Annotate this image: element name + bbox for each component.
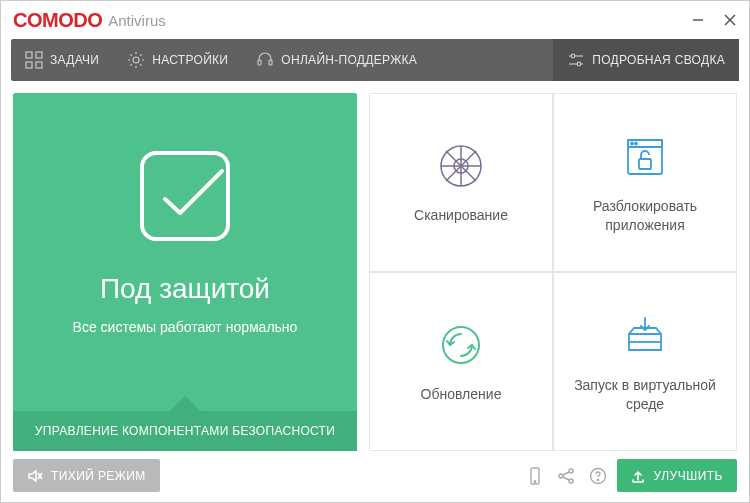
status-card: Под защитой Все системы работают нормаль… bbox=[13, 93, 357, 451]
svg-line-36 bbox=[563, 477, 569, 480]
svg-line-35 bbox=[563, 472, 569, 475]
svg-rect-6 bbox=[36, 62, 42, 68]
toolbar: ЗАДАЧИ НАСТРОЙКИ ОНЛАЙН-ПОДДЕРЖКА ПОДРОБ… bbox=[11, 39, 739, 81]
manage-components-label: УПРАВЛЕНИЕ КОМПОНЕНТАМИ БЕЗОПАСНОСТИ bbox=[35, 424, 335, 438]
headset-icon bbox=[256, 51, 274, 69]
close-button[interactable] bbox=[723, 13, 737, 27]
toolbar-tasks-label: ЗАДАЧИ bbox=[50, 53, 99, 67]
svg-rect-14 bbox=[142, 153, 228, 239]
gear-icon bbox=[127, 51, 145, 69]
footer: ТИХИЙ РЕЖИМ УЛУЧШИТЬ bbox=[1, 459, 749, 502]
title-bar: COMODO Antivirus bbox=[1, 1, 749, 39]
svg-rect-5 bbox=[26, 62, 32, 68]
action-tiles: Сканирование Разблокировать приложения bbox=[369, 93, 737, 451]
help-icon[interactable] bbox=[589, 467, 607, 485]
brand-name: COMODO bbox=[13, 9, 102, 32]
svg-point-31 bbox=[535, 480, 537, 482]
chevron-up-icon bbox=[160, 395, 210, 411]
manage-components-button[interactable]: УПРАВЛЕНИЕ КОМПОНЕНТАМИ БЕЗОПАСНОСТИ bbox=[13, 411, 357, 451]
status-title: Под защитой bbox=[100, 273, 270, 305]
minimize-button[interactable] bbox=[691, 13, 705, 27]
tile-scan[interactable]: Сканирование bbox=[370, 94, 552, 271]
status-check-icon bbox=[130, 141, 240, 255]
window-controls bbox=[691, 13, 737, 27]
silent-mode-label: ТИХИЙ РЕЖИМ bbox=[51, 469, 146, 483]
main-area: Под защитой Все системы работают нормаль… bbox=[1, 81, 749, 459]
svg-point-12 bbox=[571, 54, 575, 58]
scan-icon bbox=[437, 140, 485, 192]
svg-point-34 bbox=[569, 479, 573, 483]
svg-point-32 bbox=[559, 474, 563, 478]
share-icon[interactable] bbox=[557, 467, 575, 485]
toolbar-support-label: ОНЛАЙН-ПОДДЕРЖКА bbox=[281, 53, 417, 67]
footer-icons bbox=[527, 467, 607, 485]
tile-unblock-label: Разблокировать приложения bbox=[564, 197, 726, 233]
svg-point-33 bbox=[569, 469, 573, 473]
silent-mode-button[interactable]: ТИХИЙ РЕЖИМ bbox=[13, 459, 160, 492]
mute-icon bbox=[27, 468, 43, 484]
upgrade-button[interactable]: УЛУЧШИТЬ bbox=[617, 459, 737, 492]
svg-point-13 bbox=[577, 62, 581, 66]
toolbar-tasks[interactable]: ЗАДАЧИ bbox=[11, 39, 113, 81]
svg-point-25 bbox=[635, 143, 637, 145]
toolbar-support[interactable]: ОНЛАЙН-ПОДДЕРЖКА bbox=[242, 39, 431, 81]
sliders-icon bbox=[567, 51, 585, 69]
product-name: Antivirus bbox=[108, 12, 166, 29]
svg-point-38 bbox=[598, 479, 599, 480]
toolbar-summary-label: ПОДРОБНАЯ СВОДКА bbox=[592, 53, 725, 67]
svg-rect-4 bbox=[36, 52, 42, 58]
toolbar-settings[interactable]: НАСТРОЙКИ bbox=[113, 39, 242, 81]
tile-scan-label: Сканирование bbox=[414, 206, 508, 224]
svg-point-7 bbox=[133, 57, 139, 63]
svg-point-24 bbox=[631, 143, 633, 145]
tile-unblock[interactable]: Разблокировать приложения bbox=[554, 94, 736, 271]
tile-update-label: Обновление bbox=[421, 385, 502, 403]
unlock-icon bbox=[621, 131, 669, 183]
tile-sandbox[interactable]: Запуск в виртуальной среде bbox=[554, 273, 736, 450]
upgrade-label: УЛУЧШИТЬ bbox=[653, 469, 723, 483]
status-subtitle: Все системы работают нормально bbox=[73, 319, 298, 335]
svg-point-27 bbox=[443, 327, 479, 363]
tasks-icon bbox=[25, 51, 43, 69]
mobile-icon[interactable] bbox=[527, 467, 543, 485]
svg-rect-26 bbox=[639, 159, 651, 169]
sandbox-icon bbox=[621, 310, 669, 362]
upload-icon bbox=[631, 469, 645, 483]
refresh-icon bbox=[437, 319, 485, 371]
toolbar-spacer bbox=[431, 39, 553, 81]
toolbar-settings-label: НАСТРОЙКИ bbox=[152, 53, 228, 67]
svg-rect-3 bbox=[26, 52, 32, 58]
toolbar-summary[interactable]: ПОДРОБНАЯ СВОДКА bbox=[553, 39, 739, 81]
tile-sandbox-label: Запуск в виртуальной среде bbox=[564, 376, 726, 412]
tile-update[interactable]: Обновление bbox=[370, 273, 552, 450]
